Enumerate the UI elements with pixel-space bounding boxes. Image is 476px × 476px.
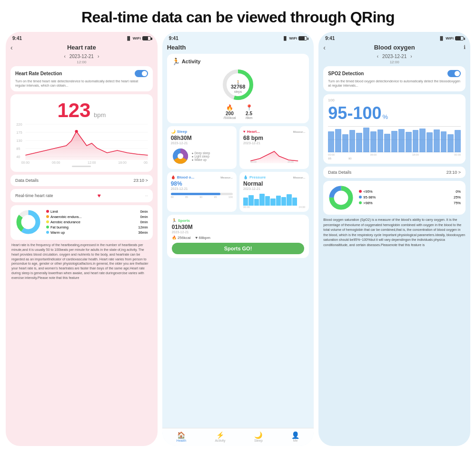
heart-measure-btn[interactable]: Measur... xyxy=(293,130,306,133)
signal-icon-2: ▐▌ xyxy=(282,36,288,40)
sleep-icon: 🌙 xyxy=(171,129,176,134)
nav-row-3: ‹ Blood oxygen ℹ xyxy=(323,42,466,53)
svg-text:130: 130 xyxy=(16,139,22,143)
health-tab-icon: 🏠 xyxy=(177,431,186,439)
signal-icon-3: ▐▌ xyxy=(439,36,444,40)
status-bar-1: 9:41 ▐▌ WiFi xyxy=(6,32,158,42)
blood-title: 🩸 Blood o... Measur... xyxy=(171,175,233,179)
blood-measure-btn[interactable]: Measur... xyxy=(220,176,233,179)
nav-row-1: ‹ Heart rate xyxy=(10,42,153,53)
prev-date-3[interactable]: ‹ xyxy=(377,54,378,59)
svg-point-25 xyxy=(178,153,183,159)
battery-icon-1 xyxy=(142,36,151,40)
data-details-row-3[interactable]: Data Details 23:10 > xyxy=(323,167,466,178)
tab-activity[interactable]: ⚡ Activity xyxy=(215,431,225,442)
sleep-card: 🌙 Sleep 08h30M 2023-12-21 xyxy=(167,126,237,169)
svg-text:32768: 32768 xyxy=(231,84,246,89)
sports-go-button[interactable]: Sports GO! xyxy=(172,243,305,254)
activity-icon: 🏃 xyxy=(172,58,180,65)
svg-text:00:00: 00:00 xyxy=(250,160,257,163)
donut-legend-row-3: <95% 0% 95-98% 25% >98% 75% xyxy=(323,181,466,215)
battery-icon-2 xyxy=(298,36,307,40)
heart-rate-detection-card: Heart Rate Detection Turn on the timed h… xyxy=(10,66,153,91)
phone1-content: ‹ Heart rate ‹ 2023-12-21 › 12:00 Heart … xyxy=(6,42,158,446)
spo2-display-value: 95-100 xyxy=(328,103,381,123)
calories-unit: /500kcal xyxy=(223,116,236,119)
legend-item-3: Fat burning 12min xyxy=(46,225,148,229)
status-bar-3: 9:41 ▐▌ WiFi xyxy=(318,32,470,42)
heart-card: ♥ Heart... Measur... 68 bpm 2023-12-21 xyxy=(239,126,309,169)
phone3-content: ‹ Blood oxygen ℹ ‹ 2023-12-21 › 12:00 SP… xyxy=(318,42,470,446)
me-tab-icon: 👤 xyxy=(291,431,299,439)
sports-title: 🏃 Sports xyxy=(172,218,305,223)
sports-icon: 🏃 xyxy=(172,218,177,223)
wifi-icon-2: WiFi xyxy=(289,36,298,40)
date-label-3: 2023-12-21 xyxy=(382,54,407,59)
toggle-row-3: SPO2 Detection xyxy=(328,70,461,77)
svg-text:24:00: 24:00 xyxy=(288,160,294,163)
stat-distance: 📍 2.5 /6km xyxy=(245,104,252,119)
battery-icon-3 xyxy=(455,36,464,40)
bpm-unit: bpm xyxy=(94,111,106,119)
time-label-3: 12:00 xyxy=(323,60,466,64)
sports-hr: 68bpm xyxy=(198,236,210,240)
wifi-icon-1: WiFi xyxy=(133,36,141,40)
calories-value: 200 xyxy=(223,111,236,116)
info-button-3[interactable]: ℹ xyxy=(464,44,466,50)
activity-header: 🏃 Activity xyxy=(172,58,305,65)
bpm-display: 123 bpm 220 175 130 85 40 xyxy=(10,94,153,172)
sports-card: 🏃 Sports 01h30M 2023-12-21 🔥 256kcal ♥ 6… xyxy=(167,215,309,258)
svg-text:220: 220 xyxy=(16,122,22,127)
status-icons-1: ▐▌ WiFi xyxy=(126,36,151,40)
sleep-heart-grid: 🌙 Sleep 08h30M 2023-12-21 xyxy=(167,126,309,169)
data-details-row-1[interactable]: Data Details 23:10 > xyxy=(10,175,153,186)
next-date-3[interactable]: › xyxy=(410,54,412,59)
hr-chart: 220 175 130 85 40 xyxy=(15,122,148,165)
spo2-toggle[interactable] xyxy=(447,70,461,77)
data-details-time-3: 23:10 > xyxy=(446,170,461,175)
svg-text:85: 85 xyxy=(16,147,20,151)
heart-rate-toggle[interactable] xyxy=(135,70,148,77)
svg-text:06:00: 06:00 xyxy=(52,161,60,164)
toggle-row-1: Heart Rate Detection xyxy=(15,70,148,77)
spo2-detection-card: SPO2 Detection Turn on the timed blood o… xyxy=(323,66,466,91)
spo2-chart-label-100: 100 xyxy=(328,98,461,102)
donut-section-1: Limit 0min Anaerobic endura... 0min Aero… xyxy=(10,205,153,240)
prev-date-1[interactable]: ‹ xyxy=(64,54,65,59)
blood-value: 98% xyxy=(171,180,233,187)
tab-me[interactable]: 👤 Me xyxy=(291,431,299,442)
heart-card-date: 2023-12-21 xyxy=(243,141,305,145)
heart-card-icon: ♥ xyxy=(243,129,246,134)
legend-item-4: Warm up 36min xyxy=(46,230,148,235)
legend3-item-2: >98% 75% xyxy=(359,201,461,205)
realtime-label-1: Real-time heart rate xyxy=(15,193,53,198)
back-button-3[interactable]: ‹ xyxy=(323,44,326,51)
signal-icon-1: ▐▌ xyxy=(126,36,131,40)
toggle-label-3: SPO2 Detection xyxy=(328,71,364,76)
tab-health[interactable]: 🏠 Health xyxy=(177,431,186,442)
sleep-tab-label: Sleep xyxy=(254,439,263,442)
realtime-dash: -- xyxy=(145,193,148,198)
status-time-3: 9:41 xyxy=(325,36,335,41)
svg-point-10 xyxy=(75,130,78,133)
health-title: Health xyxy=(167,42,309,54)
distance-unit: /6km xyxy=(245,116,252,119)
sleep-value: 08h30M xyxy=(171,135,233,141)
back-button-1[interactable]: ‹ xyxy=(10,44,13,51)
phone-blood-oxygen: 9:41 ▐▌ WiFi ‹ Blood oxygen ℹ ‹ 2023-12-… xyxy=(318,32,470,446)
status-icons-3: ▐▌ WiFi xyxy=(439,36,464,40)
legend3-item-0: <95% 0% xyxy=(359,189,461,194)
wifi-icon-3: WiFi xyxy=(446,36,454,40)
stats-row: 🔥 200 /500kcal 📍 2.5 /6km xyxy=(172,104,305,119)
toggle-label-1: Heart Rate Detection xyxy=(15,71,62,76)
ring-container: 🚶 32768 steps xyxy=(172,68,305,101)
next-date-1[interactable]: › xyxy=(98,54,99,59)
blood-date: 2023-12-21 xyxy=(171,187,233,190)
status-time-2: 9:41 xyxy=(169,36,178,41)
svg-text:steps: steps xyxy=(234,90,242,94)
sports-date: 2023-12-21 xyxy=(172,230,305,234)
tab-sleep[interactable]: 🌙 Sleep xyxy=(254,431,263,442)
sports-calories: 256kcal xyxy=(178,236,191,240)
pressure-date: 2023-12-21 xyxy=(243,187,305,190)
pressure-measure-btn[interactable]: Measur... xyxy=(293,176,306,179)
